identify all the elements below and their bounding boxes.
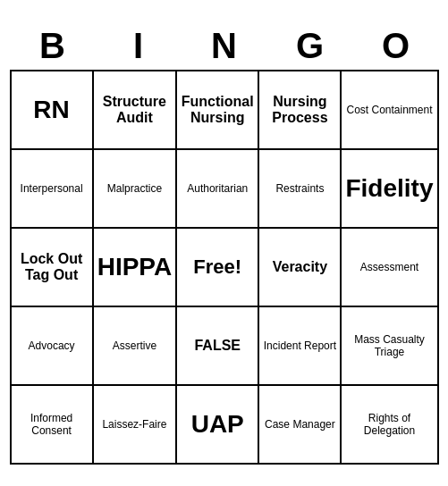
bingo-cell: Cost Containment	[342, 71, 438, 150]
bingo-cell: Case Manager	[259, 386, 342, 465]
bingo-cell: Authoritarian	[177, 150, 259, 229]
bingo-cell: HIPPA	[94, 229, 178, 307]
bingo-grid: RNStructure AuditFunctional NursingNursi…	[10, 70, 439, 465]
bingo-cell: RN	[12, 71, 94, 150]
header-letter: G	[267, 22, 353, 70]
bingo-cell: Incident Report	[259, 307, 342, 386]
header-letter: B	[10, 22, 96, 70]
bingo-cell: Advocacy	[12, 307, 94, 386]
bingo-cell: Fidelity	[342, 150, 438, 229]
bingo-cell: Mass Casualty Triage	[342, 307, 438, 386]
bingo-cell: Assertive	[94, 307, 178, 386]
header-letter: N	[182, 22, 267, 70]
bingo-cell: Lock Out Tag Out	[12, 229, 94, 307]
bingo-cell: Laissez-Faire	[94, 386, 178, 465]
bingo-cell: UAP	[177, 386, 259, 465]
bingo-cell: Malpractice	[94, 150, 178, 229]
bingo-cell: FALSE	[177, 307, 259, 386]
bingo-cell: Restraints	[259, 150, 342, 229]
bingo-card: BINGO RNStructure AuditFunctional Nursin…	[10, 22, 439, 465]
bingo-cell: Interpersonal	[12, 150, 94, 229]
bingo-cell: Free!	[177, 229, 259, 307]
bingo-cell: Assessment	[342, 229, 438, 307]
bingo-cell: Rights of Delegation	[342, 386, 438, 465]
bingo-header: BINGO	[10, 22, 439, 70]
bingo-cell: Structure Audit	[94, 71, 178, 150]
bingo-cell: Veracity	[259, 229, 342, 307]
header-letter: I	[96, 22, 182, 70]
bingo-cell: Nursing Process	[259, 71, 342, 150]
bingo-cell: Functional Nursing	[177, 71, 259, 150]
header-letter: O	[353, 22, 439, 70]
bingo-cell: Informed Consent	[12, 386, 94, 465]
